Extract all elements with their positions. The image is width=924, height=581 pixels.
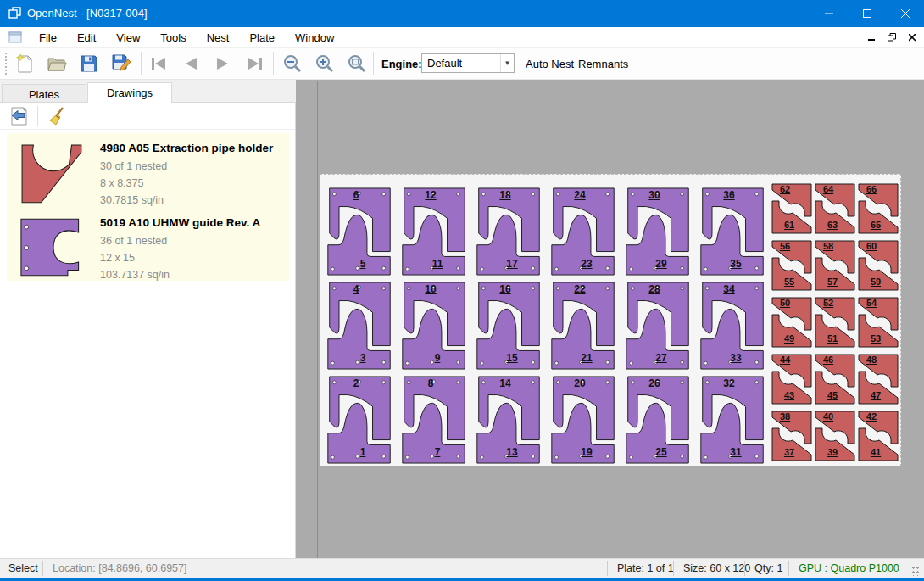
nest-tile[interactable]: 5453 [857,296,899,349]
nest-tile[interactable]: 3231 [699,375,766,465]
part-number: 16 [492,283,519,295]
next-plate-button[interactable] [210,51,236,76]
part-number: 46 [817,355,839,365]
nest-tile[interactable]: 4039 [814,410,856,462]
auto-nest-button[interactable]: Auto Nest [520,53,579,75]
nest-tile[interactable]: 1211 [400,187,468,277]
clean-broom-button[interactable] [44,104,68,128]
drawing-nested: 30 of 1 nested [100,158,289,175]
drawing-size: 12 x 15 [100,249,289,266]
part-thumbnail-red [17,142,90,208]
part-number: 54 [860,298,882,308]
save-as-button[interactable] [109,51,134,76]
nest-tile[interactable]: 2423 [549,187,617,277]
mdi-minimize-button[interactable] [865,31,878,44]
part-number: 10 [417,283,444,295]
panel-toolbar [0,103,295,130]
nest-tile[interactable]: 5655 [771,239,813,292]
menu-tools[interactable]: Tools [150,28,196,47]
nest-tile[interactable]: 2827 [624,281,692,371]
first-plate-button[interactable] [146,51,171,76]
part-number: 39 [821,447,843,457]
app-icon [8,7,22,20]
nest-tile[interactable]: 6665 [857,182,899,235]
nest-tile[interactable]: 65 [326,187,393,277]
previous-plate-button[interactable] [178,51,203,76]
remnants-button[interactable]: Remnants [573,53,633,75]
nest-tile[interactable]: 2625 [624,375,692,465]
part-number: 1 [349,446,376,458]
import-drawing-button[interactable] [7,104,31,128]
zoom-fit-button[interactable] [344,51,370,76]
maximize-button[interactable] [848,0,886,27]
open-folder-button[interactable] [44,51,70,76]
menu-file[interactable]: File [29,28,67,47]
resize-grip[interactable] [911,566,921,576]
part-number: 65 [865,220,887,230]
save-button[interactable] [76,51,102,76]
part-number: 62 [774,184,796,194]
toolbar-grip[interactable] [4,52,8,75]
last-plate-button[interactable] [242,51,268,76]
nest-tile[interactable]: 4241 [857,410,899,462]
nest-tile[interactable]: 4645 [814,353,856,405]
menu-view[interactable]: View [106,28,150,47]
nest-tile[interactable]: 5857 [814,239,856,292]
nest-tile[interactable]: 4443 [771,353,813,405]
part-number: 34 [715,283,743,295]
nest-tile[interactable]: 5049 [771,296,813,349]
part-number: 53 [865,333,887,344]
minimize-button[interactable] [810,0,848,27]
status-bar: Select Location: [84.8696, 60.6957] Plat… [0,558,924,578]
list-item-drawing-1[interactable]: 4980 A05 Extraction pipe holder 30 of 1 … [7,133,289,208]
tab-plates[interactable]: Plates [2,84,86,103]
new-file-button[interactable] [12,51,37,76]
part-number: 38 [774,411,796,422]
part-number: 66 [860,184,882,194]
nest-tile[interactable]: 2019 [549,375,617,465]
chevron-down-icon[interactable]: ▼ [500,54,514,72]
nest-tile[interactable]: 1413 [475,375,543,465]
menu-bar: File Edit View Tools Nest Plate Window [0,27,924,48]
part-number: 26 [641,377,668,389]
plate[interactable]: 6543211211109871817161514132423222120193… [320,174,901,466]
nest-tile[interactable]: 2221 [549,281,617,371]
mdi-document-icon [8,31,22,43]
tab-drawings[interactable]: Drawings [87,82,172,103]
nest-tile[interactable]: 3029 [624,187,692,277]
nest-tile[interactable]: 3433 [699,281,766,371]
list-item-drawing-2[interactable]: 5019 A10 UHMW guide Rev. A 36 of 1 neste… [7,208,289,281]
zoom-in-button[interactable] [312,51,337,76]
close-button[interactable] [886,0,924,27]
part-number: 60 [860,241,882,251]
part-number: 15 [498,352,526,364]
part-number: 7 [424,446,451,458]
nest-tile[interactable]: 87 [400,375,468,465]
menu-plate[interactable]: Plate [239,28,285,47]
engine-select[interactable]: Default ▼ [421,53,515,73]
nest-tile[interactable]: 109 [400,281,468,371]
part-number: 9 [424,352,451,364]
mdi-restore-button[interactable] [885,31,899,44]
part-number: 23 [573,258,600,270]
nest-tile[interactable]: 1817 [475,187,543,277]
zoom-out-button[interactable] [280,51,305,76]
mdi-close-button[interactable] [905,31,919,44]
nest-tile[interactable]: 5251 [814,296,856,349]
nest-tile[interactable]: 6059 [857,239,899,292]
menu-edit[interactable]: Edit [67,28,106,47]
part-number: 27 [648,352,675,364]
nest-tile[interactable]: 6463 [814,182,856,235]
nest-tile[interactable]: 43 [326,281,393,371]
menu-nest[interactable]: Nest [197,28,240,47]
nest-tile[interactable]: 3837 [771,410,813,462]
nest-tile[interactable]: 6261 [771,182,813,235]
nest-tile[interactable]: 4847 [857,353,899,405]
nest-tile[interactable]: 3635 [699,187,766,277]
nest-tile[interactable]: 21 [326,375,393,465]
nest-tile[interactable]: 1615 [475,281,543,371]
part-number: 58 [817,241,839,251]
part-number: 24 [566,189,593,201]
part-thumbnail-purple [17,216,90,279]
menu-window[interactable]: Window [285,28,344,47]
